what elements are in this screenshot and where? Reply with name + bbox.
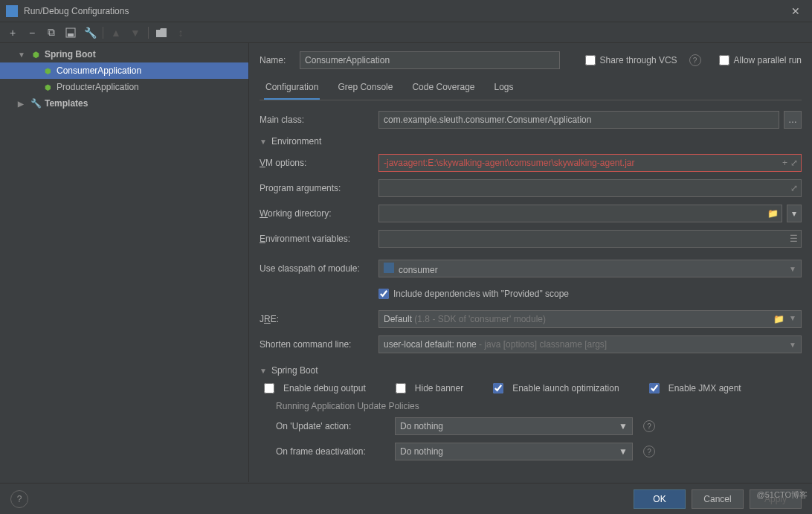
environment-section-header[interactable]: ▼ Environment xyxy=(260,136,802,147)
shorten-value-suffix: - java [options] classname [args] xyxy=(477,339,607,350)
expand-icon[interactable]: ⤢ xyxy=(790,158,798,168)
module-icon xyxy=(384,263,394,273)
tab-configuration[interactable]: Configuration xyxy=(264,77,320,100)
folder-icon[interactable]: 📁 xyxy=(773,314,784,324)
help-button[interactable]: ? xyxy=(10,490,28,508)
env-vars-input[interactable]: ☰ xyxy=(378,230,802,248)
on-update-label: On 'Update' action: xyxy=(276,421,395,431)
classpath-select[interactable]: consumer ▼ xyxy=(378,260,802,277)
tab-grep-console[interactable]: Grep Console xyxy=(336,77,394,100)
save-config-button[interactable] xyxy=(62,25,79,41)
parallel-checkbox[interactable]: Allow parallel run xyxy=(719,55,802,65)
include-deps-input[interactable] xyxy=(378,289,389,299)
help-icon[interactable]: ? xyxy=(643,446,655,457)
on-update-select[interactable]: Do nothing ▼ xyxy=(395,417,633,435)
tree-node-spring-boot[interactable]: ▼ ⬢ Spring Boot xyxy=(0,46,248,62)
shorten-row: Shorten command line: user-local default… xyxy=(260,335,802,353)
help-icon[interactable]: ? xyxy=(643,420,655,432)
share-vcs-input[interactable] xyxy=(585,55,596,65)
vm-options-value: -javaagent:E:\skywalking-agent\comsumer\… xyxy=(384,158,634,168)
add-config-button[interactable]: + xyxy=(4,25,21,41)
spring-boot-icon: ⬢ xyxy=(42,81,54,93)
caret-down-icon: ▼ xyxy=(789,314,796,324)
on-update-row: On 'Update' action: Do nothing ▼ ? xyxy=(260,417,802,435)
tab-code-coverage[interactable]: Code Coverage xyxy=(410,77,476,100)
program-args-input[interactable]: ⤢ xyxy=(378,179,802,197)
move-up-button[interactable]: ▲ xyxy=(108,25,124,41)
expand-plus-icon[interactable]: + xyxy=(782,158,787,168)
jre-row: JRE: Default (1.8 - SDK of 'consumer' mo… xyxy=(260,310,802,328)
working-dir-field[interactable] xyxy=(384,208,777,219)
titlebar: Run/Debug Configurations ✕ xyxy=(0,0,812,22)
expand-icon: ▶ xyxy=(18,100,27,108)
move-down-button[interactable]: ▼ xyxy=(127,25,144,41)
help-icon[interactable]: ? xyxy=(689,54,701,66)
caret-down-icon: ▼ xyxy=(619,446,628,457)
restore-button[interactable]: ↕ xyxy=(173,25,189,41)
shorten-label: Shorten command line: xyxy=(260,339,378,350)
jre-select[interactable]: Default (1.8 - SDK of 'consumer' module)… xyxy=(378,310,802,328)
share-vcs-label: Share through VCS xyxy=(600,55,677,65)
window-title: Run/Debug Configurations xyxy=(24,6,785,16)
include-deps-checkbox[interactable]: Include dependencies with "Provided" sco… xyxy=(378,289,569,299)
toolbar-separator xyxy=(103,27,103,39)
caret-down-icon: ▼ xyxy=(619,421,628,431)
program-args-label: Program arguments: xyxy=(260,183,378,193)
list-icon[interactable]: ☰ xyxy=(790,234,798,244)
remove-config-button[interactable]: − xyxy=(24,25,40,41)
main-area: ▼ ⬢ Spring Boot ⬢ ConsumerApplication ⬢ … xyxy=(0,43,812,482)
caret-down-icon: ▼ xyxy=(260,367,267,375)
folder-button[interactable] xyxy=(153,25,170,41)
enable-jmx-checkbox[interactable]: Enable JMX agent xyxy=(649,383,741,393)
vm-options-input[interactable]: -javaagent:E:\skywalking-agent\comsumer\… xyxy=(378,154,802,172)
spring-boot-section-header[interactable]: ▼ Spring Boot xyxy=(260,365,802,376)
config-panel: Name: Share through VCS ? Allow parallel… xyxy=(249,43,812,482)
config-tree: ▼ ⬢ Spring Boot ⬢ ConsumerApplication ⬢ … xyxy=(0,43,249,482)
program-args-row: Program arguments: ⤢ xyxy=(260,179,802,197)
program-args-field[interactable] xyxy=(384,183,796,193)
share-vcs-checkbox[interactable]: Share through VCS xyxy=(585,55,677,65)
name-row: Name: Share through VCS ? Allow parallel… xyxy=(260,51,802,70)
edit-defaults-button[interactable]: 🔧 xyxy=(82,25,98,41)
tree-label: Templates xyxy=(45,98,88,109)
jre-label: JRE: xyxy=(260,314,378,324)
caret-down-icon: ▼ xyxy=(789,341,796,349)
tab-logs[interactable]: Logs xyxy=(493,77,515,100)
copy-config-button[interactable]: ⧉ xyxy=(43,25,59,41)
main-class-field[interactable] xyxy=(384,115,774,125)
name-label: Name: xyxy=(260,55,291,65)
ok-button[interactable]: OK xyxy=(634,489,686,509)
main-class-input[interactable] xyxy=(378,111,779,129)
jre-value-prefix: Default xyxy=(384,314,412,324)
browse-class-button[interactable]: … xyxy=(784,111,802,129)
env-vars-row: Environment variables: ☰ xyxy=(260,230,802,248)
tree-node-producter[interactable]: ⬢ ProducterApplication xyxy=(0,79,248,95)
tree-node-consumer[interactable]: ⬢ ConsumerApplication xyxy=(0,62,248,79)
cancel-button[interactable]: Cancel xyxy=(692,489,744,509)
shorten-select[interactable]: user-local default: none - java [options… xyxy=(378,335,802,353)
parallel-input[interactable] xyxy=(719,55,729,65)
main-class-row: Main class: … xyxy=(260,111,802,129)
vm-options-row: VM options: -javaagent:E:\skywalking-age… xyxy=(260,154,802,172)
folder-icon[interactable]: 📁 xyxy=(767,208,779,219)
expand-icon: ▼ xyxy=(18,51,27,59)
working-dir-dropdown[interactable]: ▾ xyxy=(787,205,802,222)
env-vars-label: Environment variables: xyxy=(260,234,378,244)
include-deps-row: Include dependencies with "Provided" sco… xyxy=(260,285,802,303)
tree-node-templates[interactable]: ▶ 🔧 Templates xyxy=(0,95,248,112)
env-vars-field[interactable] xyxy=(384,234,796,244)
expand-icon[interactable]: ⤢ xyxy=(790,183,798,193)
wrench-icon: 🔧 xyxy=(30,97,42,109)
enable-debug-checkbox[interactable]: Enable debug output xyxy=(264,383,366,393)
working-dir-row: Working directory: 📁 ▾ xyxy=(260,205,802,222)
caret-down-icon: ▼ xyxy=(260,138,267,146)
working-dir-input[interactable]: 📁 xyxy=(378,205,782,222)
on-frame-select[interactable]: Do nothing ▼ xyxy=(395,443,633,460)
enable-launch-checkbox[interactable]: Enable launch optimization xyxy=(493,383,619,393)
name-input[interactable] xyxy=(300,51,560,69)
hide-banner-checkbox[interactable]: Hide banner xyxy=(396,383,463,393)
close-icon[interactable]: ✕ xyxy=(785,2,806,20)
tree-label: ConsumerApplication xyxy=(57,65,141,76)
classpath-label: Use classpath of module: xyxy=(260,263,378,274)
on-frame-value: Do nothing xyxy=(400,446,443,457)
